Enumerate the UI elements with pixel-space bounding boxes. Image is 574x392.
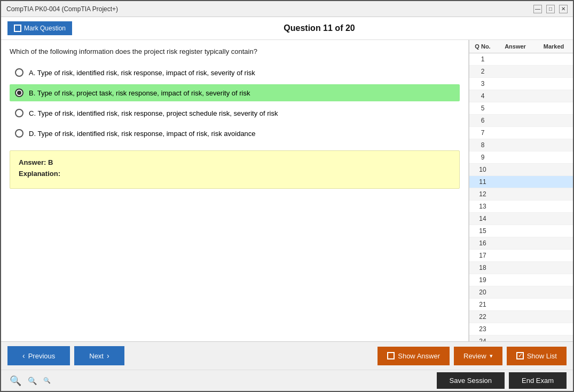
save-session-button[interactable]: Save Session <box>437 372 505 389</box>
sidebar-row[interactable]: 12 <box>469 188 573 201</box>
sidebar-row-marked <box>534 337 573 341</box>
sidebar-row-marked <box>534 202 573 211</box>
sidebar-row[interactable]: 18 <box>469 262 573 274</box>
sidebar-row[interactable]: 23 <box>469 323 573 335</box>
answer-box: Answer: B Explanation: <box>10 150 460 189</box>
option-a[interactable]: A. Type of risk, identified risk, risk r… <box>10 64 460 81</box>
sidebar-row[interactable]: 11 <box>469 176 573 188</box>
sidebar-row[interactable]: 7 <box>469 127 573 139</box>
sidebar-row-marked <box>534 140 573 150</box>
sidebar-row-marked <box>534 287 573 297</box>
show-list-icon <box>516 352 524 359</box>
sidebar-row[interactable]: 1 <box>469 53 573 66</box>
sidebar-row[interactable]: 24 <box>469 335 573 341</box>
review-button[interactable]: Review ▾ <box>454 347 502 365</box>
question-title: Question 11 of 20 <box>72 23 567 33</box>
sidebar-row-answer <box>496 54 534 64</box>
sidebar-row-answer <box>496 287 534 297</box>
app-title: CompTIA PK0-004 (CompTIA Project+) <box>6 5 118 13</box>
option-b[interactable]: B. Type of risk, project task, risk resp… <box>10 84 460 101</box>
next-button[interactable]: Next › <box>74 346 124 365</box>
sidebar-row-answer <box>496 238 534 248</box>
mark-question-button[interactable]: Mark Question <box>7 21 72 35</box>
sidebar-list[interactable]: 1 2 3 4 5 6 7 8 <box>469 53 573 341</box>
window-controls: — □ ✕ <box>533 5 568 13</box>
sidebar-row-num: 21 <box>469 300 496 309</box>
sidebar-row-answer <box>496 226 534 236</box>
sidebar-row-num: 17 <box>469 251 496 260</box>
save-session-label: Save Session <box>450 377 492 385</box>
sidebar-row-marked <box>534 91 573 101</box>
sidebar-row[interactable]: 10 <box>469 164 573 176</box>
zoom-out-button[interactable]: 🔍 <box>41 376 53 385</box>
option-d[interactable]: D. Type of risk, identified risk, risk r… <box>10 125 460 142</box>
zoom-in-button[interactable]: 🔍 <box>7 374 23 388</box>
sidebar-row-marked <box>534 300 573 309</box>
sidebar-row-marked <box>534 153 573 162</box>
previous-arrow-icon: ‹ <box>22 351 25 360</box>
sidebar-row-answer <box>496 202 534 211</box>
option-a-text: A. Type of risk, identified risk, risk r… <box>29 69 255 77</box>
sidebar-row[interactable]: 13 <box>469 201 573 213</box>
answer-label: Answer: B <box>19 158 53 166</box>
end-exam-label: End Exam <box>522 377 554 385</box>
show-answer-button[interactable]: Show Answer <box>378 347 450 365</box>
sidebar-row-answer <box>496 312 534 322</box>
sidebar-row-num: 1 <box>469 54 496 64</box>
sidebar-row[interactable]: 21 <box>469 299 573 311</box>
sidebar-row-answer <box>496 79 534 89</box>
sidebar-row[interactable]: 17 <box>469 250 573 262</box>
sidebar-row-marked <box>534 67 573 76</box>
maximize-button[interactable]: □ <box>546 5 555 13</box>
option-b-text: B. Type of risk, project task, risk resp… <box>29 89 250 97</box>
zoom-controls: 🔍 🔍 🔍 <box>7 374 53 388</box>
question-text: Which of the following information does … <box>10 47 460 55</box>
sidebar-row-num: 3 <box>469 79 496 89</box>
sidebar-row-num: 2 <box>469 67 496 76</box>
sidebar-row-answer <box>496 214 534 223</box>
option-a-radio <box>15 68 23 77</box>
option-b-radio <box>15 89 23 97</box>
sidebar-row-num: 11 <box>469 177 496 187</box>
sidebar-row[interactable]: 9 <box>469 151 573 164</box>
sidebar-header: Q No. Answer Marked <box>469 40 573 53</box>
option-c-text: C. Type of risk, identified risk, risk r… <box>29 109 278 117</box>
sidebar-row-num: 7 <box>469 128 496 138</box>
sidebar-row[interactable]: 19 <box>469 274 573 286</box>
sidebar-row[interactable]: 20 <box>469 286 573 299</box>
sidebar-row-answer <box>496 263 534 273</box>
mark-checkbox-icon <box>14 25 21 32</box>
show-list-label: Show List <box>527 352 557 360</box>
previous-button[interactable]: ‹ Previous <box>7 346 70 365</box>
sidebar-row-num: 13 <box>469 202 496 211</box>
sidebar-row-num: 16 <box>469 238 496 248</box>
sidebar-row[interactable]: 6 <box>469 115 573 127</box>
sidebar-row-marked <box>534 263 573 273</box>
sidebar-row[interactable]: 15 <box>469 225 573 237</box>
show-list-button[interactable]: Show List <box>507 347 567 365</box>
close-button[interactable]: ✕ <box>559 5 568 13</box>
sidebar-row[interactable]: 22 <box>469 311 573 323</box>
sidebar-row[interactable]: 5 <box>469 102 573 115</box>
sidebar-row[interactable]: 3 <box>469 78 573 90</box>
sidebar-row-answer <box>496 91 534 101</box>
sidebar-row[interactable]: 16 <box>469 237 573 250</box>
sidebar-row[interactable]: 2 <box>469 66 573 78</box>
sidebar-row[interactable]: 8 <box>469 139 573 151</box>
sidebar-row-marked <box>534 214 573 223</box>
end-exam-button[interactable]: End Exam <box>509 372 567 389</box>
sidebar-row[interactable]: 14 <box>469 213 573 225</box>
sidebar: Q No. Answer Marked 1 2 3 4 5 6 <box>469 40 573 341</box>
zoom-reset-button[interactable]: 🔍 <box>26 375 39 386</box>
question-area: Which of the following information does … <box>1 40 469 341</box>
sidebar-row-marked <box>534 251 573 260</box>
sidebar-row[interactable]: 4 <box>469 90 573 102</box>
sidebar-col-answer: Answer <box>496 42 534 51</box>
sidebar-row-answer <box>496 116 534 125</box>
sidebar-row-marked <box>534 275 573 285</box>
minimize-button[interactable]: — <box>533 5 542 13</box>
sidebar-col-marked: Marked <box>534 42 573 51</box>
option-c[interactable]: C. Type of risk, identified risk, risk r… <box>10 105 460 122</box>
sidebar-row-answer <box>496 177 534 187</box>
previous-label: Previous <box>28 352 56 360</box>
